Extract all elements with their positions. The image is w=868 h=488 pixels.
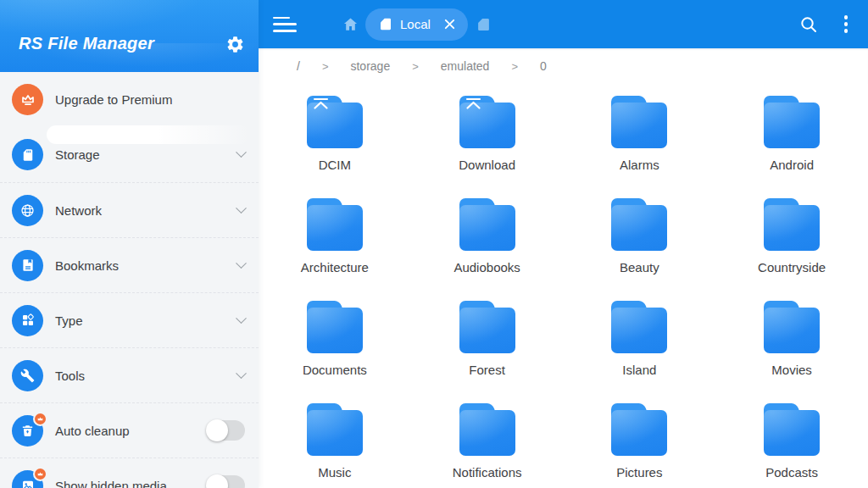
folder-icon (611, 403, 667, 456)
sidebar-item-label: Show hidden media (55, 479, 167, 488)
folder-icon (611, 96, 667, 148)
globe-icon (12, 195, 43, 226)
wrench-icon (12, 360, 43, 391)
folder-item-audiobooks[interactable]: Audiobooks (411, 198, 564, 301)
breadcrumb-separator: > (322, 60, 329, 73)
more-vert-icon[interactable] (839, 12, 854, 36)
folder-name: Beauty (620, 260, 659, 274)
folder-name: Island (622, 363, 656, 377)
folder-name: Architecture (301, 260, 369, 274)
breadcrumb-emulated[interactable]: emulated (441, 59, 490, 73)
folder-item-alarms[interactable]: Alarms (564, 96, 716, 198)
chevron-down-icon (236, 313, 247, 324)
folder-icon (459, 96, 515, 148)
breadcrumb: / > storage > emulated > 0 (259, 48, 868, 84)
cleanup-trash-icon (12, 415, 43, 446)
category-icon (12, 305, 43, 336)
folder-name: Android (770, 158, 814, 172)
premium-crown-badge (33, 467, 47, 481)
folder-item-documents[interactable]: Documents (259, 301, 411, 403)
folder-item-forest[interactable]: Forest (411, 301, 564, 403)
breadcrumb-storage[interactable]: storage (350, 59, 390, 73)
sidebar-item-tools[interactable]: Tools (0, 347, 259, 402)
folder-item-island[interactable]: Island (564, 301, 716, 403)
tab-local[interactable]: Local (365, 8, 468, 41)
folder-icon (611, 301, 667, 353)
sidebar-item-show-hidden-media[interactable]: Show hidden media (0, 458, 259, 488)
sidebar-item-network[interactable]: Network (0, 182, 259, 237)
premium-crown-badge (33, 412, 47, 426)
folder-name: Music (318, 465, 351, 480)
sidebar-item-label: Tools (55, 369, 85, 383)
folder-item-music[interactable]: Music (259, 403, 411, 488)
folder-item-android[interactable]: Android (715, 96, 868, 198)
drawer-header: RS File Manager (0, 0, 259, 72)
sd-card-icon (12, 139, 43, 170)
breadcrumb-separator: > (412, 60, 419, 73)
hamburger-menu-icon[interactable] (273, 15, 298, 34)
folder-item-architecture[interactable]: Architecture (259, 198, 411, 301)
folder-name: Movies (771, 363, 812, 377)
sidebar-item-storage[interactable]: Storage (0, 127, 259, 182)
folder-name: Podcasts (765, 465, 818, 480)
hidden-media-icon (12, 470, 43, 488)
folder-icon (611, 198, 667, 251)
sidebar-item-label: Network (55, 203, 102, 218)
folder-icon (307, 198, 363, 251)
folder-name: Notifications (453, 465, 522, 480)
sidebar-item-label: Upgrade to Premium (55, 92, 172, 107)
tab-label: Local (400, 17, 431, 31)
folder-icon (307, 403, 363, 456)
chevron-down-icon (236, 258, 247, 269)
navigation-drawer: RS File Manager Upgrade to Premium Stora… (0, 0, 259, 488)
folder-icon (764, 96, 820, 148)
folder-name: Forest (469, 363, 505, 377)
sidebar-item-auto-cleanup[interactable]: Auto cleanup (0, 402, 259, 458)
sidebar-item-bookmarks[interactable]: Bookmarks (0, 237, 259, 292)
folder-icon (307, 96, 363, 148)
folder-item-pictures[interactable]: Pictures (564, 403, 716, 488)
folder-item-download[interactable]: Download (411, 96, 564, 198)
folder-item-dcim[interactable]: DCIM (259, 96, 411, 198)
show-hidden-media-toggle[interactable] (207, 475, 245, 488)
folder-grid: DCIM Download Alarms Android Architectur… (259, 84, 868, 488)
folder-item-movies[interactable]: Movies (715, 301, 868, 403)
bookmark-icon (12, 250, 43, 281)
breadcrumb-root[interactable]: / (297, 59, 300, 73)
chevron-down-icon (236, 368, 247, 379)
chevron-down-icon (236, 202, 247, 214)
folder-name: Countryside (758, 260, 826, 274)
crown-icon (12, 84, 43, 115)
gear-icon[interactable] (225, 35, 245, 54)
auto-cleanup-toggle[interactable] (207, 420, 245, 441)
folder-item-podcasts[interactable]: Podcasts (715, 403, 868, 488)
folder-icon (764, 301, 820, 353)
upload-arrow-icon (311, 97, 331, 111)
folder-icon (459, 403, 515, 456)
folder-name: Documents (303, 363, 367, 377)
sidebar-item-type[interactable]: Type (0, 292, 259, 347)
folder-name: DCIM (319, 158, 351, 172)
breadcrumb-separator: > (511, 60, 518, 73)
folder-item-notifications[interactable]: Notifications (411, 403, 564, 488)
folder-icon (764, 198, 820, 251)
folder-icon (307, 301, 363, 353)
sidebar-item-upgrade-premium[interactable]: Upgrade to Premium (0, 72, 259, 127)
sidebar-item-label: Bookmarks (55, 258, 119, 273)
close-icon[interactable] (443, 18, 456, 30)
sidebar-item-label: Auto cleanup (55, 424, 130, 438)
folder-name: Alarms (620, 158, 659, 172)
folder-icon (459, 198, 515, 251)
home-icon[interactable] (342, 16, 359, 32)
breadcrumb-0[interactable]: 0 (540, 59, 547, 73)
search-icon[interactable] (798, 14, 819, 35)
folder-item-countryside[interactable]: Countryside (715, 198, 868, 301)
sidebar-item-label: Type (55, 313, 83, 328)
app-title: RS File Manager (19, 34, 154, 53)
new-tab-file-icon[interactable] (476, 17, 491, 32)
file-icon (379, 17, 392, 31)
folder-name: Download (459, 158, 515, 172)
folder-item-beauty[interactable]: Beauty (564, 198, 716, 301)
folder-icon (764, 403, 820, 456)
folder-name: Audiobooks (453, 260, 520, 274)
